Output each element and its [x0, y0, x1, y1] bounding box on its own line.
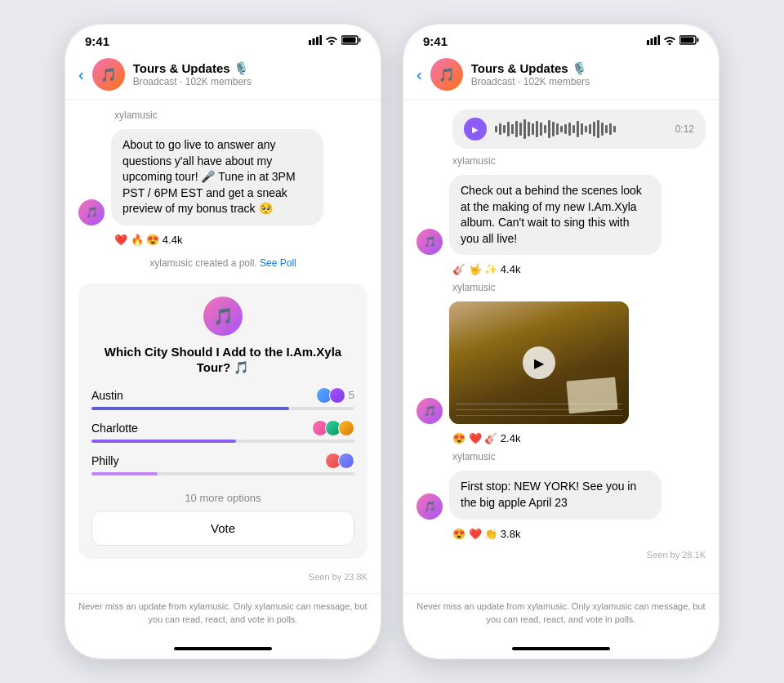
svg-rect-7	[647, 40, 649, 45]
phones-container: 9:41 ‹ 🎵 Tours & Up	[64, 23, 720, 660]
home-indicator-1	[65, 639, 381, 658]
poll-avatar: 🎵	[91, 297, 354, 336]
video-thumbnail[interactable]: ▶	[449, 301, 629, 424]
svg-rect-3	[320, 35, 323, 45]
signal-icon	[309, 35, 322, 47]
header-subtitle-2: Broadcast · 102K members	[471, 76, 706, 87]
phone-1: 9:41 ‹ 🎵 Tours & Up	[64, 23, 382, 660]
message-row-video: 🎵 ▶	[416, 301, 706, 424]
chat-area-1[interactable]: xylamusic 🎵 About to go live to answer a…	[65, 100, 381, 593]
vote-button[interactable]: Vote	[91, 511, 354, 546]
sender-name-3: xylamusic	[416, 451, 706, 462]
msg-avatar-2: 🎵	[416, 229, 443, 255]
wifi-icon-2	[663, 35, 676, 47]
msg-avatar-video: 🎵	[416, 398, 443, 424]
reactions-3: 😍 ❤️ 👏 3.8k	[416, 528, 706, 540]
header-title-2: Tours & Updates 🎙️	[471, 61, 706, 76]
svg-rect-5	[359, 38, 361, 42]
see-poll-link[interactable]: See Poll	[260, 257, 296, 269]
reactions-2: 🎸 🤟 ✨ 4.4k	[416, 263, 706, 275]
reactions-1: ❤️ 🔥 😍 4.4k	[78, 234, 368, 246]
audio-time: 0:12	[675, 123, 694, 135]
poll-option-voters-austin: 5	[316, 387, 354, 404]
home-bar-2	[512, 647, 610, 650]
more-options: 10 more options	[91, 485, 354, 511]
header-title-1: Tours & Updates 🎙️	[133, 61, 368, 76]
sender-name-1: xylamusic	[78, 109, 368, 121]
seen-by-1: Seen by 23.8K	[78, 569, 368, 583]
phone-2: 9:41 ‹ 🎵 Tours & Up	[402, 23, 720, 660]
msg-avatar-3: 🎵	[416, 493, 443, 520]
svg-rect-9	[654, 37, 657, 45]
status-icons-2	[647, 35, 699, 47]
sender-name-2: xylamusic	[416, 155, 706, 167]
status-time-1: 9:41	[85, 34, 109, 48]
svg-rect-8	[651, 38, 653, 45]
sender-name-video: xylamusic	[416, 282, 706, 293]
chat-header-1: ‹ 🎵 Tours & Updates 🎙️ Broadcast · 102K …	[65, 51, 381, 100]
poll-title: Which City Should I Add to the I.Am.Xyla…	[91, 344, 354, 376]
msg-avatar-1: 🎵	[78, 199, 105, 225]
signal-icon-2	[647, 35, 660, 47]
svg-rect-0	[309, 40, 311, 45]
reactions-video: 😍 ❤️ 🎸 2.4k	[416, 432, 706, 444]
home-indicator-2	[403, 639, 719, 658]
poll-option-charlotte: Charlotte	[91, 420, 354, 443]
header-info-2: Tours & Updates 🎙️ Broadcast · 102K memb…	[471, 61, 706, 87]
battery-icon	[341, 35, 361, 47]
status-time-2: 9:41	[423, 34, 448, 48]
status-bar-2: 9:41	[403, 25, 719, 51]
voter-avatar	[338, 420, 354, 436]
chat-footer-2: Never miss an update from xylamusic. Onl…	[403, 593, 719, 639]
vote-count-austin: 5	[349, 389, 354, 401]
status-bar-1: 9:41	[65, 25, 381, 51]
chat-header-2: ‹ 🎵 Tours & Updates 🎙️ Broadcast · 102K …	[403, 51, 719, 100]
back-button-2[interactable]: ‹	[416, 65, 422, 84]
header-avatar-2: 🎵	[430, 58, 463, 91]
back-button-1[interactable]: ‹	[78, 65, 84, 84]
message-bubble-2: Check out a behind the scenes look at th…	[449, 175, 662, 255]
home-bar-1	[174, 647, 272, 650]
poll-card: 🎵 Which City Should I Add to the I.Am.Xy…	[78, 283, 368, 559]
poll-notice-text: xylamusic created a poll.	[149, 257, 256, 269]
poll-bar-fill-charlotte	[91, 440, 236, 443]
message-row-1: 🎵 About to go live to answer any questio…	[78, 129, 368, 225]
voter-avatar	[338, 453, 354, 469]
chat-area-2[interactable]: ▶	[403, 100, 719, 593]
message-bubble-1: About to go live to answer any questions…	[111, 129, 323, 225]
poll-bar-bg-austin	[91, 407, 354, 410]
poll-notice: xylamusic created a poll. See Poll	[78, 252, 368, 274]
status-icons-1	[309, 35, 361, 47]
play-button[interactable]: ▶	[464, 118, 487, 141]
svg-rect-13	[681, 38, 694, 43]
waveform	[495, 119, 667, 139]
wifi-icon	[325, 35, 338, 47]
chat-footer-1: Never miss an update from xylamusic. Onl…	[65, 593, 381, 639]
poll-bar-bg-philly	[91, 472, 354, 475]
poll-option-voters-charlotte	[312, 420, 354, 436]
audio-message: ▶	[452, 109, 706, 149]
header-avatar-1: 🎵	[92, 58, 125, 91]
poll-center-image: 🎵	[203, 297, 243, 336]
poll-option-label-austin: Austin	[91, 389, 123, 402]
poll-bar-bg-charlotte	[91, 440, 354, 443]
message-bubble-3: First stop: NEW YORK! See you in the big…	[449, 471, 662, 519]
svg-rect-1	[313, 38, 315, 45]
svg-rect-10	[658, 35, 661, 45]
header-info-1: Tours & Updates 🎙️ Broadcast · 102K memb…	[133, 61, 368, 87]
poll-option-label-philly: Philly	[91, 454, 118, 467]
poll-bar-fill-austin	[91, 407, 289, 410]
poll-option-austin: Austin 5	[91, 387, 354, 410]
battery-icon-2	[679, 35, 699, 47]
header-subtitle-1: Broadcast · 102K members	[133, 76, 368, 87]
poll-option-label-charlotte: Charlotte	[91, 422, 138, 435]
voter-avatar	[329, 387, 345, 404]
svg-rect-2	[316, 37, 318, 45]
poll-bar-fill-philly	[91, 472, 158, 475]
message-row-3: 🎵 First stop: NEW YORK! See you in the b…	[416, 471, 706, 519]
poll-option-voters-philly	[325, 453, 354, 469]
svg-rect-12	[697, 38, 699, 42]
poll-option-philly: Philly	[91, 453, 354, 475]
message-row-2: 🎵 Check out a behind the scenes look at …	[416, 175, 706, 255]
svg-rect-6	[343, 38, 356, 43]
